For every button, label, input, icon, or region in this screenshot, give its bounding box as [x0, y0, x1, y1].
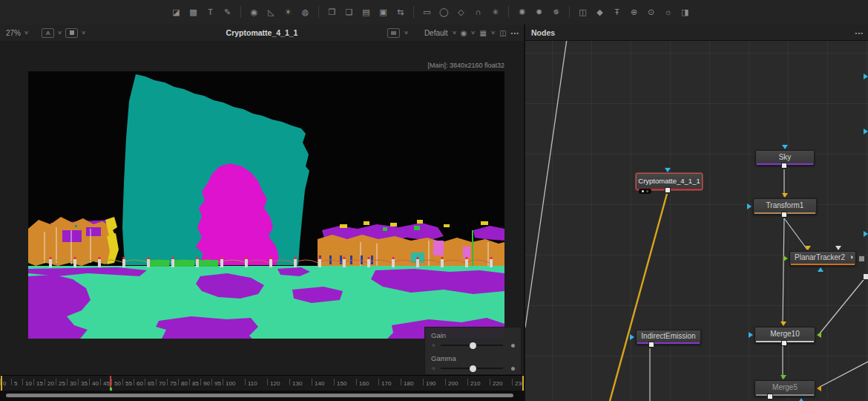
- render-range-start-marker[interactable]: [1, 376, 2, 391]
- ruler-tick: [467, 379, 468, 385]
- background-input-port[interactable]: [780, 375, 786, 379]
- viewer-assignment-dots[interactable]: [639, 189, 651, 194]
- gamma-lock-icon[interactable]: [511, 367, 515, 371]
- dissolve-icon[interactable]: ❏: [343, 5, 355, 19]
- gain-slider[interactable]: [441, 345, 503, 346]
- node-label: IndirectEmission: [637, 330, 700, 342]
- gain-slider-handle[interactable]: [470, 342, 476, 349]
- mask-input-port[interactable]: [818, 267, 823, 272]
- edge-connection-marker: [864, 231, 868, 237]
- chevron-down-icon[interactable]: ∨: [470, 30, 476, 36]
- input-port[interactable]: [783, 255, 788, 261]
- grid-overlay-icon[interactable]: ▦: [480, 29, 487, 37]
- color-curves-icon[interactable]: ◺: [265, 5, 277, 19]
- mask-input-port[interactable]: [749, 332, 753, 338]
- cryptomatte-image[interactable]: [28, 71, 504, 339]
- edge-output-marker: [863, 273, 868, 280]
- tracker-mode-icon[interactable]: ◑: [849, 253, 853, 261]
- rectangle-mask-icon[interactable]: ▭: [421, 5, 433, 19]
- lut-dropdown[interactable]: Default: [424, 29, 448, 37]
- channel-booleans-icon[interactable]: ⇆: [394, 5, 407, 19]
- input-port[interactable]: [782, 145, 788, 149]
- gain-lock-icon[interactable]: [511, 344, 515, 348]
- node-transform1[interactable]: Transform1: [753, 198, 817, 215]
- input-port[interactable]: [835, 246, 841, 250]
- viewer2-dot[interactable]: [646, 190, 648, 192]
- spot-light-3d-icon[interactable]: ☼: [662, 5, 674, 19]
- node-accent: [756, 394, 814, 397]
- node-label: Merge5: [755, 381, 815, 394]
- tracker-output-port[interactable]: [858, 255, 865, 262]
- output-port[interactable]: [648, 342, 654, 348]
- ruler-tick: [45, 379, 45, 385]
- particle-merge-icon[interactable]: ✹: [533, 5, 545, 19]
- camera-3d-icon[interactable]: ⊙: [645, 5, 657, 19]
- input-port[interactable]: [805, 246, 811, 250]
- renderer-3d-icon[interactable]: ◨: [679, 5, 691, 19]
- brightness-contrast-icon[interactable]: ☀: [282, 5, 295, 19]
- split-view-icon[interactable]: ◫: [499, 29, 506, 37]
- input-port[interactable]: [630, 334, 634, 340]
- output-port[interactable]: [781, 212, 787, 218]
- output-port[interactable]: [665, 187, 671, 193]
- node-merge5[interactable]: Merge5: [754, 380, 815, 397]
- mask-input-port[interactable]: [747, 203, 752, 209]
- image-plane-3d-icon[interactable]: ◫: [576, 5, 589, 19]
- merge-3d-icon[interactable]: ⊕: [628, 5, 640, 19]
- chevron-down-icon[interactable]: ∨: [490, 30, 496, 36]
- toolbar-icons: ◪▩T✎◉◺☀◍❐❏▤▣⇆▭◯◇∩✳✺✹✵◫◆Ŧ⊕⊙☼◨: [168, 5, 694, 19]
- foreground-input-port[interactable]: [817, 332, 821, 338]
- matte-control-icon[interactable]: ▣: [377, 5, 389, 19]
- nodes-options-menu[interactable]: •••: [855, 30, 864, 36]
- fast-noise-icon[interactable]: ▩: [187, 5, 200, 19]
- color-wheels-icon[interactable]: ◉: [461, 29, 467, 37]
- particle-render-icon[interactable]: ✵: [550, 5, 562, 19]
- input-port[interactable]: [782, 193, 788, 198]
- viewer1-dot[interactable]: [642, 190, 644, 192]
- gamma-slider-handle[interactable]: [470, 365, 476, 372]
- text-plus-icon[interactable]: T: [204, 5, 217, 19]
- bspline-mask-icon[interactable]: ∩: [472, 5, 484, 19]
- node-cryptomatte-4-1-1[interactable]: Cryptomatte_4_1_1: [636, 173, 703, 190]
- timeline-scrollbar[interactable]: [6, 394, 513, 397]
- chevron-down-icon[interactable]: ∨: [404, 30, 409, 36]
- node-sky[interactable]: Sky: [755, 150, 815, 166]
- chevron-down-icon[interactable]: ∨: [452, 30, 457, 36]
- polygon-mask-icon[interactable]: ◇: [455, 5, 467, 19]
- timeline-scroll-track[interactable]: [0, 391, 524, 401]
- ruler-frame-label: 10: [25, 380, 32, 387]
- ruler-tick: [312, 379, 312, 385]
- background-input-port[interactable]: [780, 322, 786, 326]
- gamma-slider[interactable]: [441, 368, 503, 369]
- node-planartracker2[interactable]: PlanarTracker2 ◑: [789, 251, 856, 266]
- input-port[interactable]: [665, 168, 671, 172]
- paint-icon[interactable]: ✎: [221, 5, 234, 19]
- output-port[interactable]: [781, 340, 787, 346]
- timeline-ruler[interactable]: 0510152025303540455055606570758085909510…: [0, 375, 524, 391]
- gain-reset-icon[interactable]: ✧: [431, 342, 436, 349]
- multi-merge-icon[interactable]: ▤: [360, 5, 372, 19]
- ruler-tick: [89, 379, 90, 385]
- ruler-frame-label: 25: [59, 380, 65, 387]
- node-indirectemission[interactable]: IndirectEmission: [636, 330, 701, 345]
- nodes-panel-title: Nodes: [531, 25, 555, 41]
- particle-emitter-icon[interactable]: ✺: [516, 5, 528, 19]
- gamma-reset-icon[interactable]: ✧: [431, 365, 436, 372]
- node-graph-panel[interactable]: Cryptomatte_4_1_1 Sky Transform1: [524, 41, 868, 401]
- background-generator-icon[interactable]: ◪: [170, 5, 183, 19]
- viewer-options-menu[interactable]: •••: [511, 30, 519, 36]
- output-port[interactable]: [781, 163, 787, 169]
- text-3d-icon[interactable]: Ŧ: [611, 5, 623, 19]
- output-port[interactable]: [767, 394, 773, 400]
- ruler-frame-label: 60: [137, 380, 143, 387]
- ellipse-mask-icon[interactable]: ◯: [438, 5, 450, 19]
- shape-3d-icon[interactable]: ◆: [594, 5, 606, 19]
- mask-input-port[interactable]: [798, 398, 804, 401]
- blur-icon[interactable]: ◍: [299, 5, 312, 19]
- roi-button[interactable]: [387, 28, 400, 38]
- foreground-input-port[interactable]: [817, 385, 821, 391]
- node-merge10[interactable]: Merge10: [754, 327, 815, 343]
- color-corrector-icon[interactable]: ◉: [248, 5, 260, 19]
- merge-icon[interactable]: ❐: [326, 5, 338, 19]
- magic-mask-icon[interactable]: ✳: [489, 5, 502, 19]
